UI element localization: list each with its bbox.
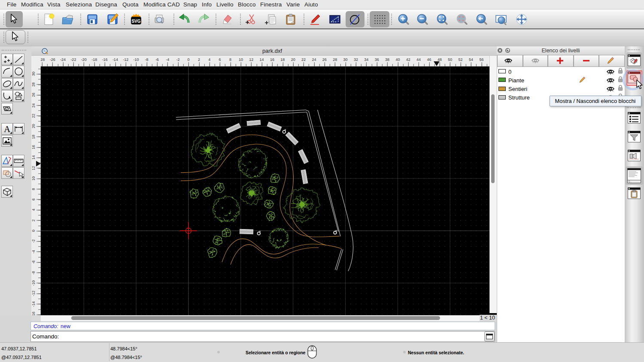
svg-text:A: A: [4, 124, 11, 134]
svg-text:SVG: SVG: [131, 19, 140, 24]
svg-text:C...: C...: [629, 181, 632, 183]
